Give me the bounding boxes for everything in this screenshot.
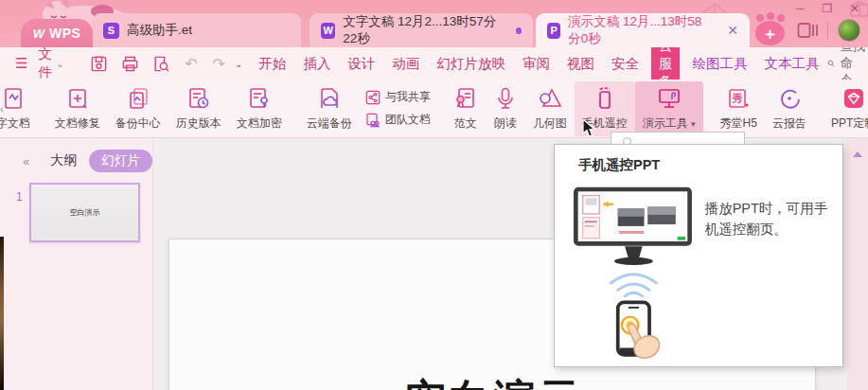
wps-logo-icon: W: [33, 27, 44, 41]
slide-thumbnail[interactable]: 空白演示: [29, 183, 140, 242]
slide-panel: « 大纲 幻灯片 1 空白演示: [0, 138, 153, 390]
menu-view[interactable]: 视图: [558, 55, 603, 73]
divider: [827, 22, 828, 39]
text-doc-icon: [1, 86, 26, 111]
ribbon-geometry-button[interactable]: 几何图: [525, 81, 575, 136]
ribbon-ppt-custom-button[interactable]: PPT定制: [824, 81, 868, 136]
ribbon-backup-center-button[interactable]: 备份中心: [108, 81, 168, 136]
backup-center-icon: [126, 86, 151, 111]
ribbon-present-tools-button[interactable]: 演示工具 ▾: [635, 81, 703, 136]
save-button[interactable]: [83, 55, 115, 73]
tab-presentation-active[interactable]: P 演示文稿 12月...13时58分0秒 ✕: [536, 13, 750, 47]
presentation-icon: P: [547, 23, 560, 39]
menubar: ☰ 文件 ⌄ ↶ ↷ ⌄ 开始 插入 设计 动画 幻灯片放映 审阅 视图 安全 …: [0, 47, 868, 80]
writer-icon: W: [321, 23, 335, 39]
model-essay-icon: [453, 86, 478, 111]
menu-draw-tools[interactable]: 绘图工具: [683, 55, 755, 73]
maximize-button[interactable]: ❐: [820, 1, 835, 15]
ribbon-model-essay-button[interactable]: 范文: [446, 81, 486, 136]
menu-animation[interactable]: 动画: [383, 55, 428, 73]
tab-spreadsheet[interactable]: S 高级助手.et: [92, 13, 301, 47]
diamond-icon: [841, 86, 866, 111]
cloud-report-icon: [777, 86, 802, 111]
tab-label: 文字文稿 12月2...13时57分22秒: [343, 13, 505, 47]
print-icon: [121, 55, 139, 73]
tab-outline[interactable]: 大纲: [50, 152, 77, 169]
phone-remote-illustration: ›››››››››››››››››: [568, 178, 701, 365]
ribbon-doc-repair-button[interactable]: 文档修复: [47, 81, 108, 136]
window-controls: ─ ❐ ✕: [792, 1, 862, 15]
menu-home[interactable]: 开始: [250, 55, 294, 73]
tooltip-title: 手机遥控PPT: [578, 156, 829, 174]
save-icon: [90, 55, 108, 73]
print-preview-button[interactable]: [146, 55, 177, 73]
user-avatar[interactable]: [838, 19, 860, 42]
ribbon-doc-encrypt-button[interactable]: 文档加密: [229, 81, 290, 136]
document-tabs: S 高级助手.et W 文字文稿 12月2...13时57分22秒 P 演示文稿…: [92, 13, 750, 47]
ribbon-text-doc-button[interactable]: 字文档: [0, 81, 38, 136]
phone-remote-tooltip: 手机遥控PPT ›››››››››››››››››: [554, 144, 843, 367]
undo-button[interactable]: ↶: [177, 55, 204, 73]
print-button[interactable]: [115, 55, 146, 73]
share-icon: [365, 90, 381, 105]
search-icon: [827, 56, 835, 71]
ribbon-share-stack: 与我共享 团队文档: [360, 89, 436, 128]
quick-access-carat-icon[interactable]: ⌄: [233, 59, 250, 69]
history-version-icon: [186, 86, 211, 111]
tab-writer[interactable]: W 文字文稿 12月2...13时57分22秒: [310, 13, 533, 47]
minimize-button[interactable]: ─: [792, 1, 807, 15]
paw-toe-icon: [756, 14, 764, 22]
redo-button[interactable]: ↷: [205, 55, 233, 73]
ribbon-team-docs-button[interactable]: 团队文档: [365, 112, 431, 128]
vertical-scrollbar[interactable]: [847, 138, 868, 390]
new-tab-paw-button[interactable]: ＋: [753, 14, 788, 45]
team-docs-icon: [365, 113, 381, 128]
present-tools-icon: [657, 86, 682, 111]
menu-insert[interactable]: 插入: [294, 55, 339, 73]
tab-label: 演示文稿 12月...13时58分0秒: [568, 13, 706, 47]
dropdown-arrow-icon: ▾: [691, 119, 696, 129]
svg-text:›››››››››››››››››: ›››››››››››››››››: [619, 228, 646, 237]
unsaved-dot-icon: [516, 27, 522, 34]
ribbon-cloud-backup-button[interactable]: 云端备份: [299, 81, 360, 136]
menu-review[interactable]: 审阅: [514, 55, 558, 73]
print-preview-icon: [152, 55, 170, 73]
titlebar-actions: ＋: [753, 14, 860, 45]
menu-design[interactable]: 设计: [339, 55, 383, 73]
tab-close-icon[interactable]: ✕: [727, 24, 738, 37]
slide-title-text: 空白演示: [169, 372, 817, 390]
plus-icon: ＋: [755, 21, 785, 45]
titlebar: W WPS S 高级助手.et W 文字文稿 12月2...13时57分22秒 …: [0, 0, 868, 47]
doc-repair-icon: [65, 86, 90, 111]
paw-toe-icon: [777, 14, 785, 22]
paw-toe-icon: [767, 12, 774, 20]
ribbon-toolbar: ‹ 字文档 文档修复 备份中心 历史版本 文档加密: [0, 80, 868, 138]
desktop-edge-strip: [0, 237, 4, 390]
scroll-up-arrow-icon[interactable]: [853, 151, 862, 157]
file-menu-carat-icon[interactable]: ⌄: [56, 58, 72, 70]
slide-number: 1: [16, 190, 23, 204]
menu-text-tools[interactable]: 文本工具: [755, 55, 827, 73]
close-button[interactable]: ✕: [847, 1, 862, 15]
svg-text:秀: 秀: [732, 93, 743, 104]
tab-slides-active[interactable]: 幻灯片: [89, 150, 152, 172]
tab-list-button[interactable]: [797, 22, 818, 39]
slide-panel-header: « 大纲 幻灯片: [0, 150, 153, 172]
ribbon-history-version-button[interactable]: 历史版本: [168, 81, 229, 136]
menu-security[interactable]: 安全: [603, 55, 647, 73]
xiutang-h5-icon: 秀: [726, 86, 751, 111]
doc-encrypt-icon: [247, 86, 272, 111]
collapse-panel-icon[interactable]: «: [23, 154, 29, 168]
file-menu[interactable]: 文件: [32, 45, 56, 81]
ribbon-xiutang-h5-button[interactable]: 秀 秀堂H5: [713, 81, 765, 136]
menu-slideshow[interactable]: 幻灯片放映: [428, 55, 514, 73]
mouse-cursor-icon: [582, 119, 597, 138]
ribbon-read-aloud-button[interactable]: 朗读: [486, 81, 525, 136]
ribbon-cloud-report-button[interactable]: 云报告: [765, 81, 814, 136]
tooltip-description: 播放PPT时，可用手机遥控翻页。: [705, 199, 829, 365]
wps-home-button[interactable]: W WPS: [21, 19, 93, 47]
microphone-icon: [493, 86, 518, 111]
ribbon-shared-with-me-button[interactable]: 与我共享: [365, 89, 431, 105]
hamburger-menu-icon[interactable]: ☰: [9, 55, 32, 72]
cloud-backup-icon: [317, 86, 342, 111]
